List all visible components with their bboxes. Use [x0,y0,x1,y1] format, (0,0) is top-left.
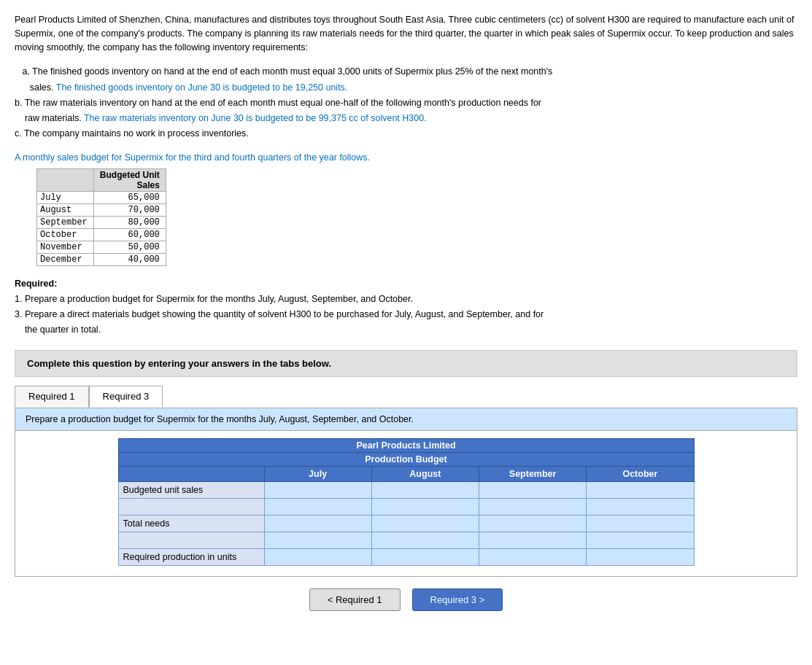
col-october-header: October [587,466,694,481]
table-row-empty2 [118,532,694,548]
budget-title-row: Pearl Products Limited [118,438,694,452]
budget-title: Pearl Products Limited [118,438,694,452]
list-item: August70,000 [37,203,166,216]
input-empty1-october[interactable] [587,498,694,515]
month-cell: November [37,241,94,253]
budget-subtitle-row: Production Budget [118,452,694,466]
input-budgeted-october[interactable] [587,481,694,498]
list-item-a: a. The finished goods inventory on hand … [15,64,797,96]
bottom-nav: < Required 1 Required 3 > [15,588,797,611]
month-cell: September [37,216,94,228]
budget-table: Pearl Products Limited Production Budget… [118,438,695,566]
input-reqprod-october-field[interactable] [591,552,689,562]
list-item: October60,000 [37,228,166,241]
input-empty1-september-field[interactable] [484,502,581,512]
month-cell: October [37,228,94,241]
intro-paragraph: Pearl Products Limited of Shenzhen, Chin… [15,13,797,54]
sales-cell: 70,000 [93,203,166,216]
list-item: December40,000 [37,253,166,265]
input-budgeted-august[interactable] [371,481,479,498]
budget-header-row: July August September October [118,466,694,481]
sales-cell: 60,000 [93,228,166,241]
input-empty2-september[interactable] [479,532,587,548]
input-empty2-july-field[interactable] [269,535,367,545]
tab-required3[interactable]: Required 3 [89,386,163,408]
input-budgeted-august-field[interactable] [376,485,474,495]
input-budgeted-july[interactable] [264,481,371,498]
input-empty1-august[interactable] [371,498,479,515]
input-empty1-july[interactable] [264,498,371,515]
list-b-blue: The raw materials inventory on June 30 i… [84,113,427,123]
month-cell: July [37,191,94,203]
input-reqprod-september[interactable] [479,548,587,565]
input-total-july[interactable] [264,515,371,532]
col-september-header: September [479,466,587,481]
row-label-total-needs: Total needs [118,515,264,532]
budget-subtitle: Production Budget [118,452,694,466]
input-reqprod-october[interactable] [587,548,694,565]
input-total-august[interactable] [371,515,479,532]
table-row-budgeted-sales: Budgeted unit sales [118,481,694,498]
input-total-october[interactable] [587,515,694,532]
tab-content: Prepare a production budget for Supermix… [15,408,797,577]
tabs-row: Required 1 Required 3 [15,386,797,408]
input-empty2-october[interactable] [587,532,694,548]
next-button-label: Required 3 > [430,594,485,605]
input-empty1-july-field[interactable] [269,502,367,512]
row-label-budgeted-sales: Budgeted unit sales [118,481,264,498]
input-total-august-field[interactable] [376,518,474,529]
col-august-header: August [371,466,479,481]
sales-col-header: Budgeted UnitSales [93,168,166,191]
input-budgeted-september[interactable] [479,481,587,498]
complete-banner: Complete this question by entering your … [15,350,797,377]
input-total-september-field[interactable] [484,518,581,529]
input-empty2-august[interactable] [371,532,479,548]
month-col-header [37,168,94,191]
input-total-october-field[interactable] [591,518,689,529]
required-item1: 1. Prepare a production budget for Super… [15,292,797,307]
table-row-required-production: Required production in units [118,548,694,565]
input-empty1-september[interactable] [479,498,587,515]
list-c-text: c. The company maintains no work in proc… [15,128,249,139]
input-empty2-september-field[interactable] [484,535,581,545]
col-label-header [118,466,264,481]
input-reqprod-july[interactable] [264,548,371,565]
sales-cell: 50,000 [93,241,166,253]
input-empty2-august-field[interactable] [376,535,474,545]
input-budgeted-july-field[interactable] [269,485,367,495]
list-a-blue: The finished goods inventory on June 30 … [56,82,348,93]
input-empty2-october-field[interactable] [591,535,689,545]
table-row-empty1 [118,498,694,515]
tab-required1[interactable]: Required 1 [15,386,89,408]
input-empty2-july[interactable] [264,532,371,548]
sales-cell: 65,000 [93,191,166,203]
required-item3: 3. Prepare a direct materials budget sho… [15,307,797,338]
row-label-empty2 [118,532,264,548]
next-button[interactable]: Required 3 > [412,588,503,611]
sales-cell: 40,000 [93,253,166,265]
input-total-september[interactable] [479,515,587,532]
month-cell: December [37,253,94,265]
prev-button[interactable]: < Required 1 [309,588,401,611]
sales-table: Budgeted UnitSales July65,000August70,00… [36,168,166,266]
input-reqprod-august-field[interactable] [376,552,474,562]
table-row-total-needs: Total needs [118,515,694,532]
list-item: July65,000 [37,191,166,203]
input-reqprod-july-field[interactable] [269,552,367,562]
input-total-july-field[interactable] [269,518,367,529]
budget-table-container: Pearl Products Limited Production Budget… [15,431,797,576]
required-section: Required: 1. Prepare a production budget… [15,276,797,338]
input-empty1-august-field[interactable] [376,502,474,512]
input-reqprod-august[interactable] [371,548,479,565]
input-budgeted-october-field[interactable] [591,485,689,495]
sales-cell: 80,000 [93,216,166,228]
list-item-c: c. The company maintains no work in proc… [15,126,797,141]
list-item-b: b. The raw materials inventory on hand a… [15,96,797,127]
col-july-header: July [264,466,371,481]
monthly-sales-label: A monthly sales budget for Supermix for … [15,152,797,163]
input-empty1-october-field[interactable] [591,502,689,512]
row-label-empty1 [118,498,264,515]
tab-description: Prepare a production budget for Supermix… [15,408,797,431]
input-budgeted-september-field[interactable] [484,485,581,495]
input-reqprod-september-field[interactable] [484,552,581,562]
